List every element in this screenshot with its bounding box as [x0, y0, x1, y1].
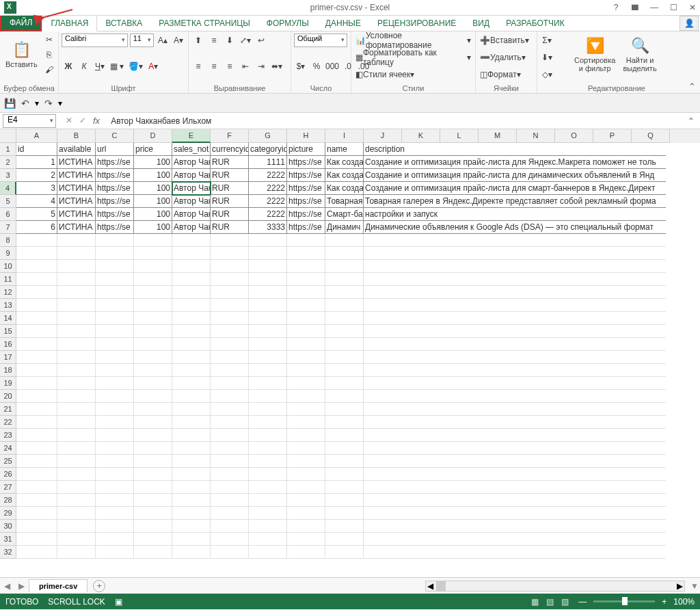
- cell[interactable]: [249, 468, 287, 481]
- decrease-indent-button[interactable]: ⇤: [239, 59, 252, 73]
- cell[interactable]: [325, 507, 364, 520]
- cell[interactable]: [249, 247, 287, 260]
- cell[interactable]: [172, 260, 211, 273]
- cell[interactable]: [134, 546, 172, 559]
- cell[interactable]: [211, 364, 249, 377]
- cell[interactable]: [57, 481, 96, 494]
- cell[interactable]: https://se: [96, 156, 134, 169]
- cell[interactable]: Создание и оптимизация прайс-листа для д…: [364, 169, 666, 182]
- cell[interactable]: 3: [16, 182, 57, 195]
- cell[interactable]: [364, 533, 666, 546]
- cell[interactable]: [325, 234, 364, 247]
- column-header-H[interactable]: H: [287, 129, 325, 143]
- cell[interactable]: [57, 416, 96, 429]
- cell[interactable]: [364, 260, 666, 273]
- column-header-M[interactable]: M: [479, 129, 517, 143]
- cell[interactable]: [364, 234, 666, 247]
- cell[interactable]: [172, 351, 211, 364]
- cell[interactable]: [287, 325, 325, 338]
- cell[interactable]: [364, 481, 666, 494]
- cell[interactable]: [57, 286, 96, 299]
- row-header[interactable]: 6: [0, 208, 16, 221]
- cell[interactable]: [364, 468, 666, 481]
- font-name-input[interactable]: Calibri: [62, 34, 128, 47]
- cell[interactable]: [249, 338, 287, 351]
- cell[interactable]: [16, 273, 57, 286]
- cell[interactable]: 100: [134, 156, 172, 169]
- cell[interactable]: [16, 338, 57, 351]
- cell[interactable]: [211, 338, 249, 351]
- cell[interactable]: [364, 364, 666, 377]
- borders-button[interactable]: ▦ ▾: [109, 59, 125, 73]
- row-header[interactable]: 23: [0, 429, 16, 442]
- cell[interactable]: [172, 507, 211, 520]
- cell[interactable]: [249, 442, 287, 455]
- cell[interactable]: [57, 455, 96, 468]
- cell[interactable]: [364, 403, 666, 416]
- cell[interactable]: Как созда: [325, 169, 364, 182]
- cell[interactable]: https://se: [287, 208, 325, 221]
- cell[interactable]: [96, 520, 134, 533]
- conditional-formatting-button[interactable]: 📊 Условное форматирование ▾: [354, 34, 472, 47]
- cell[interactable]: [287, 429, 325, 442]
- cell[interactable]: 6: [16, 221, 57, 234]
- merge-button[interactable]: ⬌▾: [270, 59, 284, 73]
- cell[interactable]: [57, 325, 96, 338]
- cell[interactable]: [96, 351, 134, 364]
- cell[interactable]: [287, 533, 325, 546]
- cell[interactable]: [249, 494, 287, 507]
- cell[interactable]: ИСТИНА: [57, 195, 96, 208]
- cell[interactable]: [16, 416, 57, 429]
- cell[interactable]: https://se: [96, 169, 134, 182]
- cell[interactable]: https://se: [96, 182, 134, 195]
- row-header[interactable]: 19: [0, 377, 16, 390]
- cell[interactable]: [16, 247, 57, 260]
- cell[interactable]: ИСТИНА: [57, 156, 96, 169]
- cell[interactable]: [211, 455, 249, 468]
- cell[interactable]: [287, 390, 325, 403]
- cell[interactable]: [96, 533, 134, 546]
- cell[interactable]: [172, 429, 211, 442]
- tab-developer[interactable]: РАЗРАБОТЧИК: [498, 16, 573, 31]
- cell[interactable]: [96, 481, 134, 494]
- align-center-button[interactable]: ≡: [207, 59, 221, 73]
- cell[interactable]: [211, 390, 249, 403]
- cell[interactable]: Автор Чак: [172, 182, 211, 195]
- cell[interactable]: [249, 507, 287, 520]
- cell[interactable]: [172, 455, 211, 468]
- cell[interactable]: [96, 494, 134, 507]
- comma-button[interactable]: 000: [325, 59, 339, 73]
- decrease-font-button[interactable]: A▾: [172, 34, 185, 47]
- cell[interactable]: [287, 481, 325, 494]
- cell[interactable]: price: [134, 143, 172, 156]
- cell[interactable]: [172, 247, 211, 260]
- cell[interactable]: [172, 416, 211, 429]
- cell[interactable]: https://se: [287, 221, 325, 234]
- cell[interactable]: [364, 416, 666, 429]
- cell[interactable]: description: [364, 143, 666, 156]
- cell[interactable]: RUR: [211, 169, 249, 182]
- cell[interactable]: [172, 325, 211, 338]
- cell[interactable]: https://se: [287, 169, 325, 182]
- cell[interactable]: [96, 312, 134, 325]
- cell[interactable]: 1: [16, 156, 57, 169]
- percent-button[interactable]: %: [310, 59, 323, 73]
- cell[interactable]: sales_not: [172, 143, 211, 156]
- orientation-button[interactable]: ⤢▾: [239, 34, 252, 47]
- cell[interactable]: [287, 455, 325, 468]
- cell[interactable]: [16, 286, 57, 299]
- fill-button[interactable]: ⬇▾: [540, 51, 554, 64]
- align-left-button[interactable]: ≡: [191, 59, 205, 73]
- row-header[interactable]: 24: [0, 442, 16, 455]
- row-header[interactable]: 26: [0, 468, 16, 481]
- cell[interactable]: [325, 416, 364, 429]
- bold-button[interactable]: Ж: [62, 59, 75, 73]
- column-header-N[interactable]: N: [517, 129, 555, 143]
- cell[interactable]: [172, 546, 211, 559]
- cell[interactable]: [96, 416, 134, 429]
- help-icon[interactable]: ?: [611, 3, 621, 12]
- cell[interactable]: [325, 260, 364, 273]
- zoom-level[interactable]: 100%: [673, 597, 695, 607]
- tab-review[interactable]: РЕЦЕНЗИРОВАНИЕ: [369, 16, 464, 31]
- cell[interactable]: [249, 351, 287, 364]
